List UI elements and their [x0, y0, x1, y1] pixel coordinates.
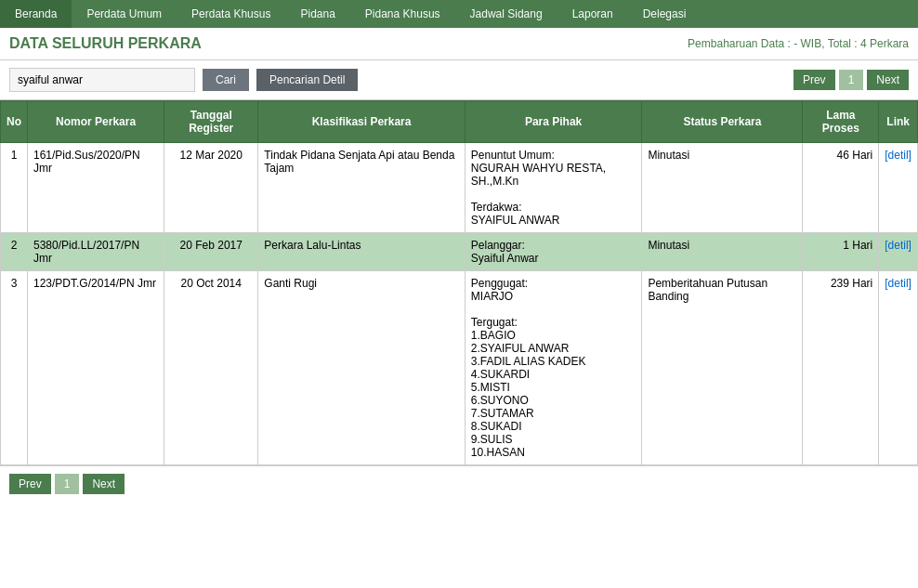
cell-tanggal-register: 20 Oct 2014	[164, 271, 258, 465]
cell-klasifikasi: Perkara Lalu-Lintas	[258, 233, 465, 271]
cell-para-pihak: Pelanggar: Syaiful Anwar	[465, 233, 642, 271]
nav-pidana[interactable]: Pidana	[285, 0, 349, 28]
cell-nomor-perkara: 5380/Pid.LL/2017/PN Jmr	[28, 233, 164, 271]
nav-jadwal-sidang[interactable]: Jadwal Sidang	[455, 0, 557, 28]
page-header: DATA SELURUH PERKARA Pembaharuan Data : …	[0, 28, 918, 60]
pagination-bottom: Prev 1 Next	[0, 465, 918, 502]
cell-status-perkara: Pemberitahuan Putusan Banding	[642, 271, 803, 465]
cell-status-perkara: Minutasi	[642, 233, 803, 271]
nav-beranda[interactable]: Beranda	[0, 0, 72, 28]
nav-delegasi[interactable]: Delegasi	[628, 0, 702, 28]
cell-no: 2	[1, 233, 28, 271]
data-update-info: Pembaharuan Data : - WIB, Total : 4 Perk…	[688, 37, 909, 50]
col-link: Link	[879, 101, 918, 143]
col-tanggal-register: Tanggal Register	[164, 101, 258, 143]
detil-link[interactable]: [detil]	[885, 239, 911, 252]
pagination-top: Prev 1 Next	[793, 70, 909, 90]
prev-button-bottom[interactable]: Prev	[9, 474, 51, 494]
page-num-top[interactable]: 1	[839, 70, 864, 90]
cell-link[interactable]: [detil]	[879, 271, 918, 465]
nav-bar: Beranda Perdata Umum Perdata Khusus Pida…	[0, 0, 918, 28]
cell-para-pihak: Penggugat: MIARJO Tergugat: 1.BAGIO 2.SY…	[465, 271, 642, 465]
search-bar: Cari Pencarian Detil Prev 1 Next	[0, 60, 918, 100]
page-title: DATA SELURUH PERKARA	[9, 35, 202, 52]
pencarian-detil-button[interactable]: Pencarian Detil	[256, 69, 358, 91]
col-klasifikasi: Klasifikasi Perkara	[258, 101, 465, 143]
col-status-perkara: Status Perkara	[642, 101, 803, 143]
prev-button-top[interactable]: Prev	[793, 70, 835, 90]
col-para-pihak: Para Pihak	[465, 101, 642, 143]
nav-perdata-khusus[interactable]: Perdata Khusus	[177, 0, 285, 28]
col-nomor-perkara: Nomor Perkara	[28, 101, 164, 143]
cell-nomor-perkara: 123/PDT.G/2014/PN Jmr	[28, 271, 164, 465]
cell-klasifikasi: Tindak Pidana Senjata Api atau Benda Taj…	[258, 143, 465, 233]
nav-perdata-umum[interactable]: Perdata Umum	[72, 0, 177, 28]
search-input[interactable]	[9, 68, 195, 92]
cell-para-pihak: Penuntut Umum: NGURAH WAHYU RESTA, SH.,M…	[465, 143, 642, 233]
table-row: 1161/Pid.Sus/2020/PN Jmr12 Mar 2020Tinda…	[1, 143, 918, 233]
perkara-table: No Nomor Perkara Tanggal Register Klasif…	[0, 100, 918, 465]
cell-nomor-perkara: 161/Pid.Sus/2020/PN Jmr	[28, 143, 164, 233]
next-button-bottom[interactable]: Next	[83, 474, 125, 494]
table-row: 25380/Pid.LL/2017/PN Jmr20 Feb 2017Perka…	[1, 233, 918, 271]
col-no: No	[1, 101, 28, 143]
cell-link[interactable]: [detil]	[879, 143, 918, 233]
detil-link[interactable]: [detil]	[885, 149, 911, 162]
nav-pidana-khusus[interactable]: Pidana Khusus	[350, 0, 455, 28]
cell-lama-proses: 239 Hari	[803, 271, 879, 465]
next-button-top[interactable]: Next	[867, 70, 909, 90]
cell-klasifikasi: Ganti Rugi	[258, 271, 465, 465]
cell-lama-proses: 1 Hari	[803, 233, 879, 271]
cell-link[interactable]: [detil]	[879, 233, 918, 271]
table-row: 3123/PDT.G/2014/PN Jmr20 Oct 2014Ganti R…	[1, 271, 918, 465]
cell-status-perkara: Minutasi	[642, 143, 803, 233]
cell-no: 3	[1, 271, 28, 465]
cari-button[interactable]: Cari	[203, 69, 249, 91]
cell-tanggal-register: 20 Feb 2017	[164, 233, 258, 271]
cell-no: 1	[1, 143, 28, 233]
nav-laporan[interactable]: Laporan	[557, 0, 628, 28]
cell-tanggal-register: 12 Mar 2020	[164, 143, 258, 233]
col-lama-proses: Lama Proses	[803, 101, 879, 143]
page-num-bottom[interactable]: 1	[55, 474, 80, 494]
cell-lama-proses: 46 Hari	[803, 143, 879, 233]
detil-link[interactable]: [detil]	[885, 277, 911, 290]
